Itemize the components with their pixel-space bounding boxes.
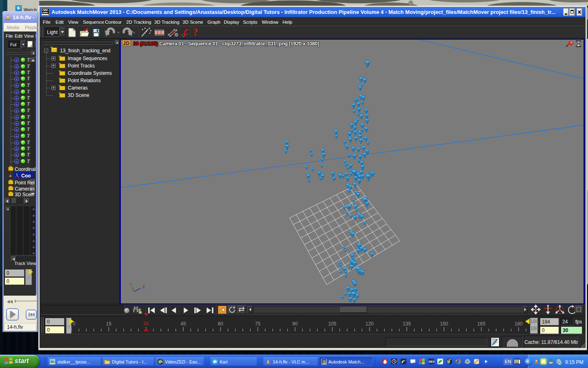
svg-text:x: x [130, 282, 132, 287]
svg-text:75: 75 [255, 321, 261, 327]
svg-text:DEV: DEV [429, 360, 434, 363]
svg-text:30: 30 [143, 321, 149, 327]
svg-text:120: 120 [365, 321, 374, 327]
svg-text:90: 90 [292, 321, 298, 327]
svg-text:?: ? [193, 26, 198, 38]
svg-text:165: 165 [477, 321, 486, 327]
svg-text:135: 135 [403, 321, 411, 327]
svg-text:z: z [143, 284, 145, 289]
svg-text:60: 60 [218, 321, 223, 327]
svg-text:0: 0 [73, 321, 76, 327]
svg-text:Y: Y [135, 283, 138, 288]
svg-text:180: 180 [514, 321, 523, 327]
svg-text:150: 150 [440, 321, 448, 327]
svg-text:45: 45 [180, 321, 186, 327]
svg-text:105: 105 [328, 321, 336, 327]
svg-text:15: 15 [106, 321, 112, 327]
